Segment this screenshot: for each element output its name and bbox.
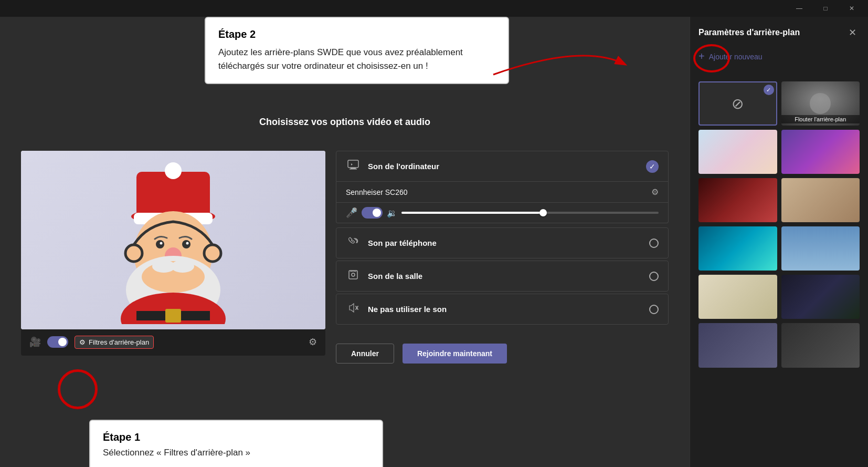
add-new-label: Ajouter nouveau <box>709 53 763 61</box>
bg-item-city[interactable] <box>781 226 860 271</box>
panel-close-button[interactable]: ✕ <box>845 25 860 40</box>
no-audio-radio[interactable] <box>649 305 659 314</box>
background-grid: ⊘ ✓ Flouter l'arrière-plan <box>698 81 860 368</box>
bg-item-teal[interactable] <box>698 226 777 271</box>
device-row: Sennheiser SC260 ⚙ <box>336 182 669 203</box>
left-column: 🎥 ⚙ Filtres d'arrière-plan ⚙ Étape 1 Sél… <box>21 151 325 356</box>
background-filter-label: Filtres d'arrière-plan <box>89 338 149 346</box>
bg-item-partial1[interactable] <box>698 323 777 367</box>
bg-item-partial2[interactable] <box>781 323 860 367</box>
device-settings-icon[interactable]: ⚙ <box>651 187 659 197</box>
background-filter-button[interactable]: ⚙ Filtres d'arrière-plan <box>75 336 154 349</box>
phone-audio-icon <box>346 235 361 251</box>
panel-title: Paramètres d'arrière-plan <box>698 28 800 37</box>
svg-point-26 <box>352 273 355 276</box>
svg-point-8 <box>160 242 163 245</box>
blur-label: Flouter l'arrière-plan <box>781 115 860 123</box>
cancel-button[interactable]: Annuler <box>336 344 394 364</box>
bg-item-purple[interactable] <box>781 130 860 174</box>
settings-gear-button[interactable]: ⚙ <box>309 336 317 348</box>
svg-rect-24 <box>350 169 357 170</box>
blur-circle <box>810 93 831 114</box>
camera-toggle[interactable] <box>47 336 68 348</box>
bg-item-office1[interactable] <box>698 275 777 319</box>
add-new-container: + Ajouter nouveau <box>698 48 860 73</box>
no-audio-label: Ne pas utiliser le son <box>368 305 642 314</box>
no-audio-icon <box>346 302 361 317</box>
center-panel: Étape 2 Ajoutez les arrière-plans SWDE q… <box>0 17 690 467</box>
volume-slider[interactable] <box>401 212 659 214</box>
main-area: Étape 2 Ajoutez les arrière-plans SWDE q… <box>0 17 868 467</box>
bg-item-winter[interactable] <box>698 130 777 174</box>
callout2-text: Ajoutez les arrière-plans SWDE que vous … <box>218 46 495 72</box>
join-button[interactable]: Rejoindre maintenant <box>403 344 507 364</box>
santa-illustration <box>84 156 262 324</box>
audio-option-none[interactable]: Ne pas utiliser le son <box>336 294 669 325</box>
mic-volume-row: 🎤 🔉 <box>336 203 669 223</box>
svg-point-9 <box>186 242 189 245</box>
page-title: Choisissez vos options vidéo et audio <box>259 117 430 128</box>
phone-audio-label: Son par téléphone <box>368 238 642 247</box>
plus-icon: + <box>698 50 705 63</box>
callout1-text: Sélectionnez « Filtres d'arrière-plan » <box>103 448 369 458</box>
svg-rect-22 <box>348 160 358 168</box>
title-bar: — □ ✕ <box>0 0 868 17</box>
room-audio-icon <box>346 268 361 284</box>
microphone-icon: 🎤 <box>346 207 357 219</box>
volume-slider-thumb <box>539 209 547 216</box>
svg-rect-21 <box>165 309 181 323</box>
svg-point-6 <box>156 240 164 248</box>
add-new-button[interactable]: + Ajouter nouveau <box>698 48 860 65</box>
volume-slider-fill <box>401 212 543 214</box>
camera-icon: 🎥 <box>29 336 41 348</box>
background-settings-panel: Paramètres d'arrière-plan ✕ + Ajouter no… <box>690 17 868 467</box>
santa-preview <box>21 151 325 329</box>
panel-header: Paramètres d'arrière-plan ✕ <box>698 25 860 40</box>
callout-step1: Étape 1 Sélectionnez « Filtres d'arrière… <box>89 420 383 467</box>
computer-audio-checkmark: ✓ <box>646 160 659 173</box>
content-row: 🎥 ⚙ Filtres d'arrière-plan ⚙ Étape 1 Sél… <box>21 151 669 364</box>
bg-item-dark-red[interactable] <box>698 178 777 222</box>
video-preview <box>21 151 325 329</box>
svg-point-4 <box>165 162 182 179</box>
svg-point-14 <box>171 260 194 273</box>
bg-item-bedroom[interactable] <box>781 178 860 222</box>
svg-rect-25 <box>349 271 357 279</box>
minimize-button[interactable]: — <box>787 0 811 17</box>
bg-item-dark-room[interactable] <box>781 275 860 319</box>
audio-option-room[interactable]: Son de la salle <box>336 261 669 292</box>
bg-item-none[interactable]: ⊘ ✓ <box>698 81 777 126</box>
bg-item-blur[interactable]: Flouter l'arrière-plan <box>781 81 860 126</box>
callout2-title: Étape 2 <box>218 28 495 40</box>
phone-audio-radio[interactable] <box>649 238 659 248</box>
svg-point-7 <box>182 240 190 248</box>
volume-icon: 🔉 <box>387 208 397 218</box>
computer-audio-icon <box>346 159 361 174</box>
room-audio-radio[interactable] <box>649 272 659 281</box>
arrow-step2 <box>488 33 635 138</box>
video-controls-bar: 🎥 ⚙ Filtres d'arrière-plan ⚙ <box>21 328 325 356</box>
action-buttons: Annuler Rejoindre maintenant <box>336 344 669 364</box>
audio-option-phone[interactable]: Son par téléphone <box>336 227 669 258</box>
callout-step2: Étape 2 Ajoutez les arrière-plans SWDE q… <box>205 17 509 84</box>
audio-option-computer[interactable]: Son de l'ordinateur ✓ <box>336 151 669 182</box>
right-column: Son de l'ordinateur ✓ Sennheiser SC260 ⚙… <box>336 151 669 364</box>
computer-audio-label: Son de l'ordinateur <box>368 162 639 171</box>
callout1-title: Étape 1 <box>103 431 369 443</box>
room-audio-label: Son de la salle <box>368 272 642 281</box>
close-button[interactable]: ✕ <box>840 0 864 17</box>
circle-highlight-step1 <box>58 369 98 409</box>
no-background-icon: ⊘ <box>732 95 744 112</box>
svg-rect-23 <box>351 168 356 169</box>
maximize-button[interactable]: □ <box>813 0 838 17</box>
selected-checkmark: ✓ <box>764 85 774 95</box>
mic-toggle[interactable] <box>362 207 383 219</box>
filter-icon: ⚙ <box>79 338 86 346</box>
device-name-label: Sennheiser SC260 <box>346 188 646 196</box>
